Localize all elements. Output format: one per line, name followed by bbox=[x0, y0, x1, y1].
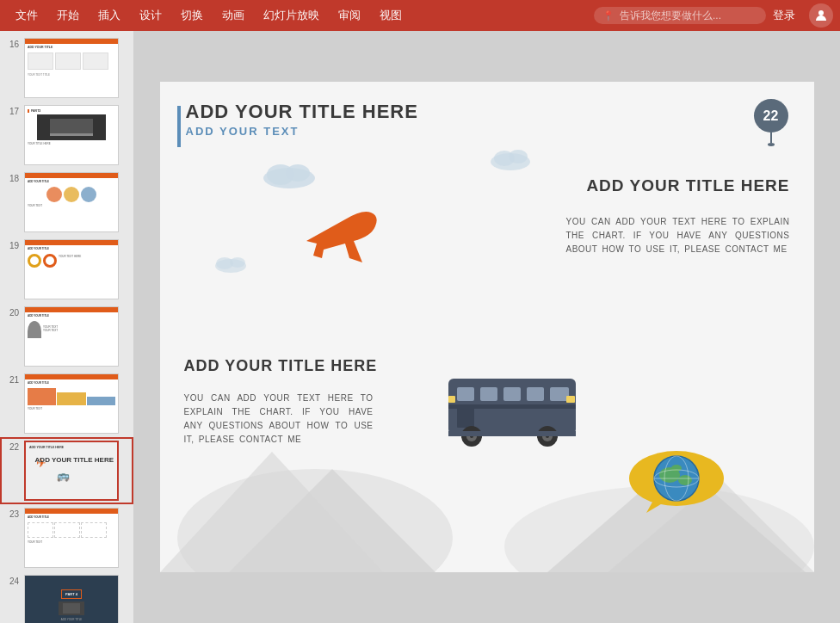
slide-preview-24[interactable]: PART 4 ADD YOUR TITLE bbox=[24, 575, 119, 623]
slide-number-21: 21 bbox=[5, 375, 19, 385]
main-slide[interactable]: ADD YOUR TITLE HERE ADD YOUR TEXT 22 ADD… bbox=[160, 82, 814, 572]
slide-preview-19[interactable]: ADD YOUR TITLE YOUR TEXT HERE bbox=[24, 239, 119, 299]
menu-items: 文件 开始 插入 设计 切换 动画 幻灯片放映 审阅 视图 bbox=[7, 4, 594, 27]
svg-rect-25 bbox=[448, 396, 455, 403]
menu-transition[interactable]: 切换 bbox=[172, 4, 212, 27]
left-bottom-text[interactable]: YOU CAN ADD YOUR TEXT HERE TO EXPLAIN TH… bbox=[184, 392, 374, 447]
slide-preview-17[interactable]: PART3 YOUR TITLE HERE bbox=[24, 105, 119, 165]
slide-number-17: 17 bbox=[5, 107, 19, 116]
search-icon: 📍 bbox=[602, 10, 615, 22]
menu-insert[interactable]: 插入 bbox=[90, 4, 129, 27]
slide-thumb-24[interactable]: 24 PART 4 ADD YOUR TITLE bbox=[0, 571, 133, 623]
bus-icon bbox=[444, 366, 582, 455]
slide-preview-20[interactable]: ADD YOUR TITLE YOUR TEXTYOUR TEXT bbox=[24, 306, 119, 367]
right-body-text[interactable]: YOU CAN ADD YOUR TEXT HERE TO EXPLAIN TH… bbox=[566, 215, 790, 256]
title-accent-bar bbox=[177, 106, 181, 147]
slide-thumb-17[interactable]: 17 PART3 YOUR TITLE HERE bbox=[0, 102, 133, 169]
svg-rect-23 bbox=[448, 404, 576, 409]
slide-thumb-22[interactable]: 22 ADD YOUR TITLE HERE ✈ 🚌 ADD YOUR TITL… bbox=[0, 437, 133, 504]
cloud-1 bbox=[259, 159, 319, 193]
menu-slideshow[interactable]: 幻灯片放映 bbox=[255, 4, 328, 27]
svg-rect-22 bbox=[457, 407, 474, 428]
thumb-bus-icon: 🚌 bbox=[57, 470, 70, 482]
menu-review[interactable]: 审阅 bbox=[330, 4, 369, 27]
svg-point-38 bbox=[671, 465, 682, 472]
number-badge: 22 bbox=[752, 99, 790, 146]
airplane-icon bbox=[298, 202, 384, 285]
slide-main-subtitle[interactable]: ADD YOUR TEXT bbox=[186, 125, 300, 138]
left-bottom-title[interactable]: ADD YOUR TITLE HERE bbox=[184, 357, 378, 375]
menu-view[interactable]: 视图 bbox=[371, 4, 411, 27]
svg-rect-20 bbox=[527, 387, 544, 401]
slide-panel[interactable]: 16 ADD YOUR TITLE YOUR TEXT TITLE 17 bbox=[0, 31, 133, 623]
slide-thumb-19[interactable]: 19 ADD YOUR TITLE YOUR TEXT HERE bbox=[0, 236, 133, 303]
menu-file[interactable]: 文件 bbox=[7, 4, 46, 27]
svg-point-0 bbox=[818, 10, 824, 15]
slide-preview-16[interactable]: ADD YOUR TITLE YOUR TEXT TITLE bbox=[24, 38, 119, 98]
svg-rect-17 bbox=[457, 387, 474, 401]
badge-number: 22 bbox=[763, 108, 779, 124]
cloud-2 bbox=[487, 146, 534, 174]
svg-point-37 bbox=[678, 475, 692, 485]
svg-point-15 bbox=[230, 257, 245, 268]
content-area: ADD YOUR TITLE HERE ADD YOUR TEXT 22 ADD… bbox=[133, 31, 840, 623]
menu-start[interactable]: 开始 bbox=[48, 4, 88, 27]
svg-point-12 bbox=[509, 150, 528, 163]
menu-bar: 文件 开始 插入 设计 切换 动画 幻灯片放映 审阅 视图 📍 登录 bbox=[0, 0, 840, 31]
user-icon[interactable] bbox=[809, 3, 833, 28]
globe-badge bbox=[616, 444, 728, 521]
svg-rect-24 bbox=[566, 396, 575, 403]
search-input[interactable] bbox=[620, 9, 749, 22]
svg-rect-21 bbox=[550, 387, 569, 401]
slide-main-title[interactable]: ADD YOUR TITLE HERE bbox=[186, 101, 418, 123]
slide-thumb-21[interactable]: 21 ADD YOUR TITLE YOUR TEXT bbox=[0, 370, 133, 437]
menu-design[interactable]: 设计 bbox=[131, 4, 170, 27]
slide-preview-23[interactable]: ADD YOUR TITLE YOUR TEXT bbox=[24, 508, 119, 568]
slide-thumb-16[interactable]: 16 ADD YOUR TITLE YOUR TEXT TITLE bbox=[0, 34, 133, 102]
slide-number-19: 19 bbox=[5, 241, 19, 250]
menu-animation[interactable]: 动画 bbox=[213, 4, 253, 27]
slide-number-16: 16 bbox=[5, 40, 19, 49]
right-title[interactable]: ADD YOUR TITLE HERE bbox=[586, 176, 789, 195]
svg-point-9 bbox=[286, 164, 310, 182]
menu-right: 登录 bbox=[766, 3, 833, 28]
slide-thumb-20[interactable]: 20 ADD YOUR TITLE YOUR TEXTYOUR TEXT bbox=[0, 303, 133, 370]
slide-thumb-18[interactable]: 18 ADD YOUR TITLE YOUR TEXT bbox=[0, 169, 133, 236]
svg-rect-18 bbox=[480, 387, 497, 401]
slide-thumb-23[interactable]: 23 ADD YOUR TITLE YOUR TEXT bbox=[0, 504, 133, 571]
login-button[interactable]: 登录 bbox=[766, 5, 802, 26]
badge-pin bbox=[770, 133, 772, 143]
svg-rect-32 bbox=[448, 431, 576, 436]
slide-preview-21[interactable]: ADD YOUR TITLE YOUR TEXT bbox=[24, 373, 119, 434]
slide-number-18: 18 bbox=[5, 174, 19, 183]
slide-preview-22[interactable]: ADD YOUR TITLE HERE ✈ 🚌 ADD YOUR TITLE H… bbox=[24, 441, 119, 501]
badge-dot bbox=[768, 143, 775, 146]
slide-number-23: 23 bbox=[5, 509, 19, 519]
badge-circle: 22 bbox=[754, 99, 788, 133]
slide-preview-18[interactable]: ADD YOUR TITLE YOUR TEXT bbox=[24, 172, 119, 232]
slide-number-20: 20 bbox=[5, 308, 19, 318]
slide-number-24: 24 bbox=[5, 577, 19, 586]
slide-number-22: 22 bbox=[5, 442, 19, 452]
svg-rect-19 bbox=[503, 387, 521, 401]
cloud-3 bbox=[212, 254, 250, 276]
main-layout: 16 ADD YOUR TITLE YOUR TEXT TITLE 17 bbox=[0, 31, 840, 623]
search-bar[interactable]: 📍 bbox=[594, 7, 766, 24]
